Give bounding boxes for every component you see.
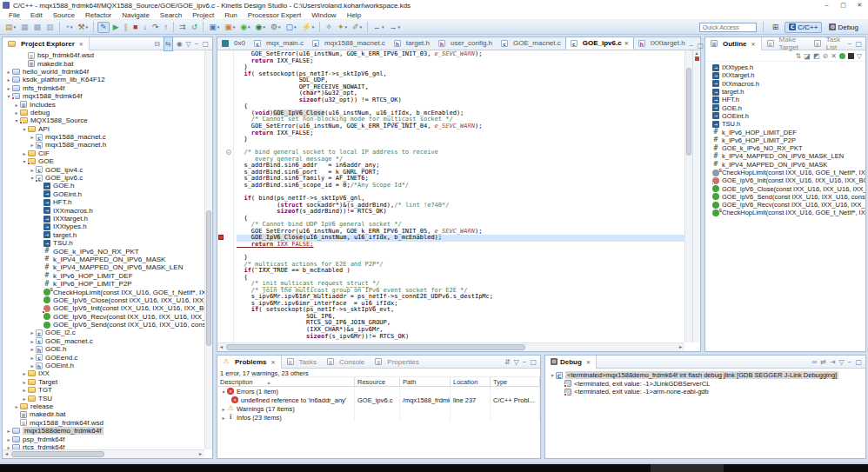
outline-item[interactable]: k_IPV4_MAPPED_ON_IPV6_MASK_LEN (712, 152, 865, 160)
tab-console[interactable]: Console (322, 356, 370, 369)
expand-arrow-icon[interactable]: ▾ (21, 126, 28, 132)
column-header-description[interactable]: Description▲ (217, 377, 355, 386)
connect-icon[interactable]: ∞ (812, 356, 818, 369)
hide-non-public-icon[interactable]: ✕ (831, 52, 837, 60)
code-line[interactable]: sizeof(u32_opt)) != RTCS_OK) (237, 97, 684, 104)
minimize-icon[interactable]: − (848, 37, 852, 50)
history-button[interactable]: ◔▾ (63, 22, 75, 33)
table-row[interactable]: ▾Errors (1 item) (217, 387, 540, 396)
outline-item[interactable]: GOE_IpV6_Recv(const IXX_U16, IXX_U16, IX… (712, 201, 865, 209)
step-over-button[interactable]: ↷ (150, 22, 161, 33)
tree-item[interactable]: k_IPv6_HOP_LIMIT_DEF (3, 272, 204, 280)
pe-generate-button[interactable]: ▣▾ (223, 22, 237, 33)
tree-item[interactable]: IXXtypes.h (3, 223, 204, 230)
view-menu-icon[interactable]: ▽ (186, 37, 191, 50)
expand-arrow-icon[interactable]: ▸ (5, 85, 12, 91)
gear-button[interactable]: ⚙▾ (269, 22, 283, 33)
expand-arrow-icon[interactable]: ▸ (21, 370, 28, 376)
outline-item[interactable]: GOE_IpV6_Send(const IXX_U16, IXX_U16, co… (712, 193, 865, 201)
expand-arrow-icon[interactable]: ▸ (29, 167, 36, 173)
save-all-button[interactable]: ▩ (32, 22, 43, 33)
minimize-icon[interactable]: − (195, 37, 199, 50)
link-with-editor-icon[interactable]: ⇆ (164, 37, 173, 51)
explorer-vscrollbar[interactable] (204, 50, 212, 449)
column-header-path[interactable]: Path (400, 377, 451, 386)
close-tab-icon[interactable]: ✕ (624, 40, 629, 46)
tree-item[interactable]: ▸GOE_ipv4.c (3, 165, 204, 173)
tab-task-list[interactable]: Task List (809, 37, 848, 50)
tree-item[interactable]: ▸GOE.h (3, 345, 204, 353)
scroll-right-icon[interactable]: ▸ (677, 343, 684, 351)
tree-item[interactable]: bsp_frdmk64f.wsd (3, 51, 204, 59)
close-view-icon[interactable]: ✕ (586, 359, 591, 365)
fold-collapse-icon[interactable]: − (226, 150, 231, 155)
step-filters-icon[interactable]: ⇥ (830, 356, 836, 369)
tree-item[interactable]: GOE.h (3, 182, 204, 189)
tree-item[interactable]: GOE_k_IPv6_NO_RX_PKT (3, 247, 204, 255)
scroll-left-icon[interactable]: ◂ (217, 343, 225, 351)
tree-item[interactable]: IXXmacros.h (3, 206, 204, 214)
expand-arrow-icon[interactable]: ▸ (29, 142, 36, 148)
open-element-button[interactable]: ✧ (324, 22, 334, 33)
menu-run[interactable]: Run (219, 11, 243, 19)
skip-breakpoints-button[interactable]: ⇉ (177, 22, 188, 33)
close-button[interactable]: ✕ (851, 0, 868, 10)
menu-source[interactable]: Source (48, 11, 80, 19)
save-button[interactable]: ▦ (19, 22, 30, 33)
expand-arrow-icon[interactable]: ▸ (5, 76, 12, 83)
table-row[interactable]: ▸Infos (23 items) (217, 413, 540, 422)
maximize-editor-icon[interactable]: ▢ (697, 42, 704, 50)
tree-item[interactable]: HFT.h (3, 198, 204, 206)
tree-item[interactable]: GOE_IpV6_Close(const IXX_U16, IXX_U16, I… (3, 296, 204, 304)
new-menu-button[interactable]: ▤▾ (3, 22, 17, 33)
tree-item[interactable]: ▾MQX1588_Source (3, 116, 204, 124)
minimize-icon[interactable]: − (848, 356, 852, 369)
tree-item[interactable]: ▸CIF (3, 150, 204, 157)
outline-item[interactable]: GOE_IpV6_Init(const IXX_U16, IXX_U16, IX… (712, 176, 865, 184)
flash-programmer-button[interactable]: ⚡▾ (300, 22, 317, 33)
expand-arrow-icon[interactable]: ▸ (29, 329, 36, 336)
print-button[interactable]: ▥ (44, 22, 56, 33)
outline-item[interactable]: CheckHopLimit(const IXX_U16, GOE_t_NetIf… (712, 209, 865, 216)
collapse-all-icon[interactable]: ⊟ (154, 37, 160, 50)
perspective-cpp[interactable]: C C/C++ (785, 22, 822, 33)
tree-item[interactable]: CheckHopLimit(const IXX_U16, GOE_t_NetIf… (3, 288, 204, 296)
tree-item[interactable]: mqx1588_frdmk64f.wsd (3, 419, 204, 427)
edit-pencil-button[interactable]: ✎ (97, 22, 110, 33)
sort-icon[interactable]: ⇅ (796, 52, 802, 60)
tree-item[interactable]: k_IPV4_MAPPED_ON_IPV6_MASK_LEN (3, 263, 204, 271)
tree-item[interactable]: ▾GOE (3, 157, 204, 165)
tree-item[interactable]: GOE_IpV6_Send(const IXX_U16, IXX_U16, co… (3, 321, 204, 329)
tab-properties[interactable]: Properties (370, 356, 424, 369)
tab-debug[interactable]: ⚙ Debug ✕ (545, 356, 597, 369)
restart-button[interactable]: ↺ (190, 22, 200, 33)
tree-item[interactable]: ▸GOEend.c (3, 353, 204, 361)
view-menu-icon[interactable]: ▽ (839, 356, 845, 369)
expand-arrow-icon[interactable]: ▸ (5, 436, 12, 442)
maximize-icon[interactable]: ▢ (530, 356, 537, 369)
menu-edit[interactable]: Edit (25, 11, 48, 19)
outline-item[interactable]: IXXtypes.h (712, 63, 865, 71)
menu-search[interactable]: Search (155, 11, 187, 19)
overview-error-marker[interactable] (695, 57, 699, 61)
step-return-button[interactable]: ↑ (163, 22, 170, 33)
tree-item[interactable]: ▸debug (3, 109, 204, 116)
code-line[interactable]: return IXX_FALSE; (237, 130, 684, 137)
editor-tab-goe-ipv6-c[interactable]: GOE_ipv6.c✕ (565, 37, 634, 50)
editor-tab-0x0[interactable]: 0x0 (217, 37, 250, 50)
column-header-resource[interactable]: Resource (355, 377, 400, 386)
maximize-icon[interactable]: ▢ (855, 37, 862, 50)
column-header-type[interactable]: Type (491, 377, 540, 386)
menu-window[interactable]: Window (306, 11, 341, 19)
expand-arrow-icon[interactable]: ▸ (220, 406, 227, 412)
debug-tree-item[interactable]: <terminated, exit value: -1>arm-none-eab… (545, 388, 865, 396)
tree-item[interactable]: makedir.bat (3, 410, 204, 418)
tree-item[interactable]: ▸psp_frdmk64f (3, 435, 204, 442)
expand-arrow-icon[interactable]: ▸ (21, 396, 28, 402)
expand-arrow-icon[interactable]: ▾ (549, 372, 556, 378)
tree-item[interactable]: k_IPv6_HOP_LIMIT_P2P (3, 280, 204, 288)
step-into-button[interactable]: ↓ (142, 22, 150, 33)
outline-item[interactable]: GOE.h (712, 103, 865, 111)
filters-icon[interactable]: ◉ (177, 37, 183, 50)
new-c-item-button[interactable]: ▢▾ (284, 22, 298, 33)
